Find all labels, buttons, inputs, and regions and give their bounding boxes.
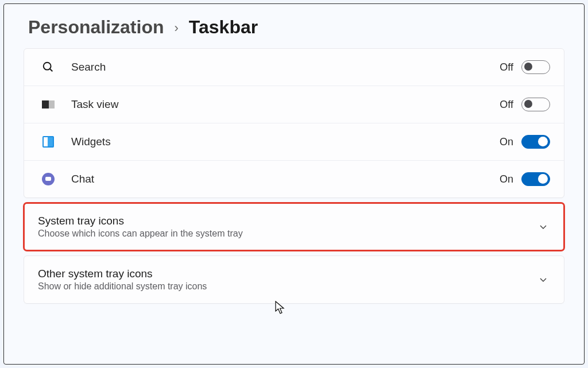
taskbar-item-label: Widgets — [71, 135, 111, 148]
expander-subtitle: Show or hide additional system tray icon… — [38, 281, 207, 292]
toggle-state-label: Off — [500, 99, 513, 111]
widgets-icon — [40, 136, 56, 148]
expander-title: System tray icons — [38, 215, 243, 227]
taskbar-item-search: Search Off — [24, 49, 564, 86]
taskview-icon — [40, 100, 56, 109]
expander-subtitle: Choose which icons can appear in the sys… — [38, 228, 243, 239]
system-tray-icons-expander[interactable]: System tray icons Choose which icons can… — [24, 203, 564, 251]
taskbar-item-widgets: Widgets On — [24, 123, 564, 161]
taskbar-item-label: Task view — [71, 98, 118, 111]
search-icon — [40, 61, 56, 73]
taskbar-item-chat: Chat On — [24, 161, 564, 197]
expander-title: Other system tray icons — [38, 268, 207, 280]
taskbar-item-label: Search — [71, 61, 106, 73]
breadcrumb: Personalization › Taskbar — [24, 17, 564, 38]
other-system-tray-icons-expander[interactable]: Other system tray icons Show or hide add… — [24, 255, 564, 304]
settings-window: Personalization › Taskbar Search Off Tas… — [3, 3, 585, 365]
chevron-down-icon — [539, 222, 548, 231]
taskbar-item-label: Chat — [71, 173, 94, 185]
search-toggle[interactable] — [521, 60, 550, 74]
toggle-state-label: Off — [500, 61, 513, 73]
chat-icon — [40, 173, 56, 185]
widgets-toggle[interactable] — [521, 135, 550, 149]
breadcrumb-parent[interactable]: Personalization — [28, 17, 164, 38]
chat-toggle[interactable] — [521, 172, 550, 186]
breadcrumb-current: Taskbar — [189, 17, 258, 38]
svg-line-1 — [50, 69, 53, 72]
chevron-down-icon — [539, 275, 548, 284]
toggle-state-label: On — [500, 136, 513, 148]
content-area: Search Off Task view Off Widgets On — [24, 48, 564, 304]
taskview-toggle[interactable] — [521, 98, 550, 111]
toggle-state-label: On — [500, 173, 513, 185]
svg-point-0 — [44, 63, 51, 70]
taskbar-item-taskview: Task view Off — [24, 86, 564, 123]
breadcrumb-separator: › — [175, 21, 179, 36]
taskbar-items-card: Search Off Task view Off Widgets On — [24, 48, 564, 198]
